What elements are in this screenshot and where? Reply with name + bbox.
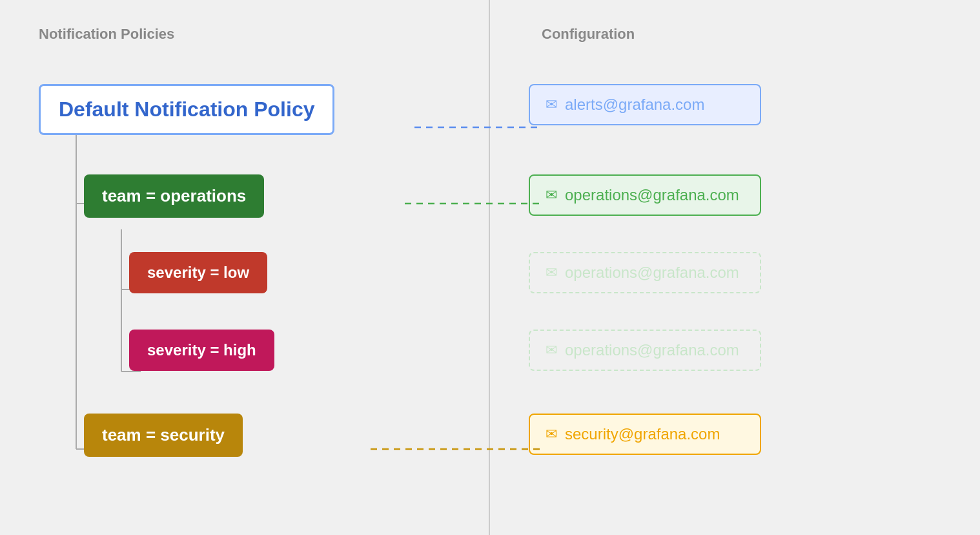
team-security-node: team = security (84, 414, 243, 457)
mail-icon-security: ✉ (546, 426, 557, 443)
mail-icon-alerts: ✉ (546, 96, 557, 113)
severity-low-node: severity = low (129, 252, 267, 293)
config-alerts-label: ✉ alerts@grafana.com (529, 84, 761, 125)
severity-high-node: severity = high (129, 330, 274, 371)
config-operations-label: ✉ operations@grafana.com (529, 174, 761, 216)
left-panel: Notification Policies Default Notificati… (0, 0, 490, 535)
config-operations-faded-1-label: ✉ operations@grafana.com (529, 252, 761, 293)
team-operations-node: team = operations (84, 174, 264, 218)
right-panel-title: Configuration (542, 26, 941, 43)
config-security-node: ✉ security@grafana.com (529, 414, 761, 455)
config-security-label: ✉ security@grafana.com (529, 414, 761, 455)
mail-icon-operations: ✉ (546, 187, 557, 204)
mail-icon-operations-faded-1: ✉ (546, 264, 557, 281)
severity-low-label: severity = low (129, 252, 267, 293)
default-policy-node: Default Notification Policy (39, 84, 334, 135)
team-security-label: team = security (84, 414, 243, 457)
config-operations-faded-2-node: ✉ operations@grafana.com (529, 330, 761, 371)
default-policy-label: Default Notification Policy (39, 84, 334, 135)
config-operations-node: ✉ operations@grafana.com (529, 174, 761, 216)
config-alerts-node: ✉ alerts@grafana.com (529, 84, 761, 125)
diagram-wrapper: Notification Policies Default Notificati… (0, 0, 980, 535)
right-panel: Configuration ✉ alerts@grafana.com ✉ ope… (490, 0, 980, 535)
team-operations-label: team = operations (84, 174, 264, 218)
severity-high-label: severity = high (129, 330, 274, 371)
config-operations-faded-1-node: ✉ operations@grafana.com (529, 252, 761, 293)
config-operations-faded-2-label: ✉ operations@grafana.com (529, 330, 761, 371)
left-panel-title: Notification Policies (39, 26, 463, 43)
mail-icon-operations-faded-2: ✉ (546, 342, 557, 359)
